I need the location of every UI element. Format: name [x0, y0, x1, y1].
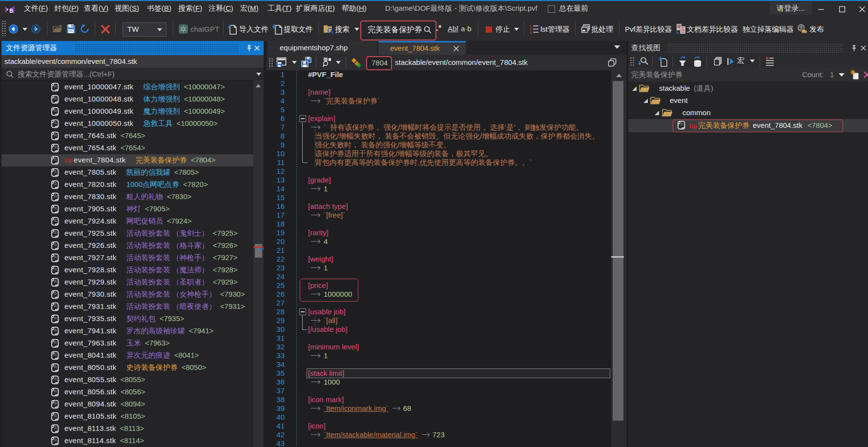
svg-text:1: 1: [530, 24, 532, 28]
svg-text:2: 2: [530, 28, 532, 31]
svg-text:3: 3: [530, 31, 532, 34]
